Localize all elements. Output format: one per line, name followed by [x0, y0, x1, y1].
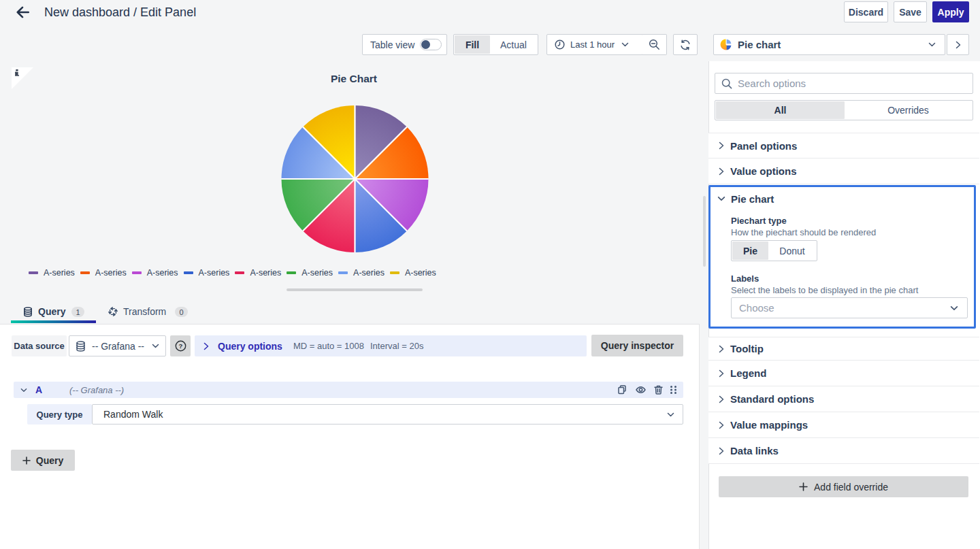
svg-text:?: ? — [178, 342, 182, 350]
